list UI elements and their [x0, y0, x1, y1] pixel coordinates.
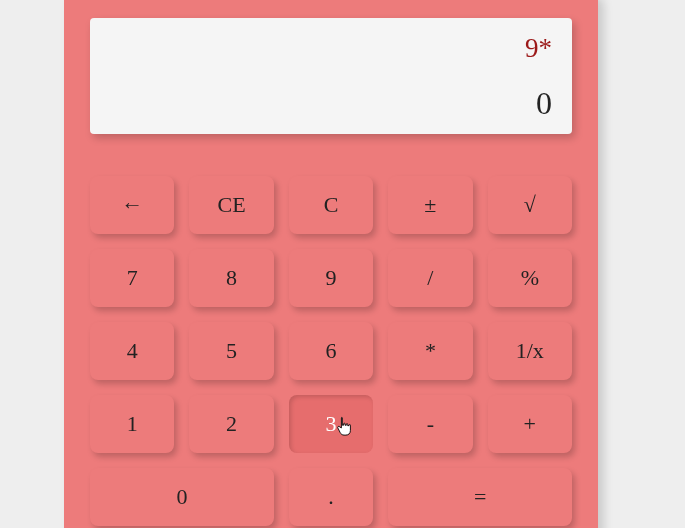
key-multiply[interactable]: * [388, 322, 472, 380]
key-percent[interactable]: % [488, 249, 572, 307]
key-divide[interactable]: / [388, 249, 472, 307]
key-c[interactable]: C [289, 176, 373, 234]
key-reciprocal[interactable]: 1/x [488, 322, 572, 380]
key-backspace[interactable]: ← [90, 176, 174, 234]
key-2[interactable]: 2 [189, 395, 273, 453]
key-plus[interactable]: + [488, 395, 572, 453]
key-7[interactable]: 7 [90, 249, 174, 307]
key-equals[interactable]: = [388, 468, 572, 526]
key-8[interactable]: 8 [189, 249, 273, 307]
key-3[interactable]: 3 [289, 395, 373, 453]
key-decimal[interactable]: . [289, 468, 373, 526]
key-1[interactable]: 1 [90, 395, 174, 453]
key-minus[interactable]: - [388, 395, 472, 453]
key-9[interactable]: 9 [289, 249, 373, 307]
key-6[interactable]: 6 [289, 322, 373, 380]
key-ce[interactable]: CE [189, 176, 273, 234]
display-expression: 9* [110, 32, 552, 66]
key-4[interactable]: 4 [90, 322, 174, 380]
display-panel: 9* 0 [90, 18, 572, 134]
keypad: ← CE C ± √ 7 8 9 / % 4 5 6 * 1/x 1 2 3 -… [90, 176, 572, 526]
key-5[interactable]: 5 [189, 322, 273, 380]
key-plusminus[interactable]: ± [388, 176, 472, 234]
key-sqrt[interactable]: √ [488, 176, 572, 234]
display-result: 0 [110, 84, 552, 122]
calculator-body: 9* 0 ← CE C ± √ 7 8 9 / % 4 5 6 * 1/x 1 … [64, 0, 598, 528]
key-0[interactable]: 0 [90, 468, 274, 526]
